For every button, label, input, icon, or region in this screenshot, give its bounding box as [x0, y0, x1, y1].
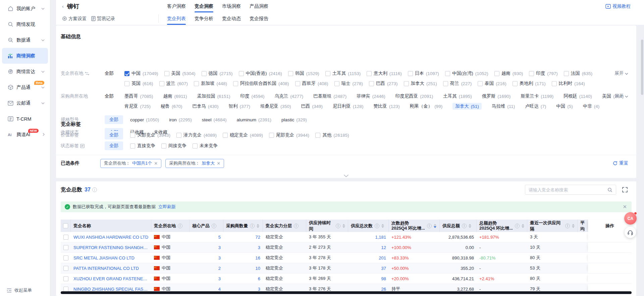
filter-option-泰国[interactable]: 泰国(216) — [478, 80, 506, 86]
checkbox[interactable] — [193, 143, 198, 149]
filter-all-button[interactable]: 全部 — [105, 130, 123, 140]
filter-option-卢旺达[interactable]: 卢旺达(7) — [525, 103, 546, 109]
filter-option-阿根廷[interactable]: 阿根廷(1140) — [564, 93, 592, 99]
info-icon[interactable]: i — [462, 224, 467, 228]
row-checkbox[interactable] — [63, 266, 68, 271]
cell-value[interactable]: 10 — [256, 266, 260, 271]
filter-option-直接竞争[interactable]: 直接竞争 — [130, 143, 155, 149]
tab-竞企洞察[interactable]: 竞企洞察 — [195, 0, 213, 12]
filter-option-韩国[interactable]: 韩国(1529) — [288, 70, 319, 76]
filter-option-稳定竞企[interactable]: 稳定竞企(4089) — [223, 132, 263, 138]
filter-all-button[interactable]: 全部 — [105, 141, 123, 151]
info-icon[interactable]: i — [336, 224, 340, 228]
checkbox[interactable] — [194, 81, 199, 86]
checkbox[interactable] — [443, 81, 448, 86]
sidebar-item-数据通[interactable]: 数据通 — [2, 32, 48, 48]
filter-option-越南[interactable]: 越南(930) — [494, 70, 523, 76]
checkbox[interactable] — [408, 71, 413, 76]
cell-value[interactable]: 2 — [218, 266, 221, 271]
filter-option-乌克兰[interactable]: 乌克兰(4277) — [275, 93, 304, 99]
filter-option-巴西[interactable]: 巴西(273) — [369, 80, 398, 86]
sort-icon[interactable] — [257, 224, 259, 228]
filter-option-巴西[interactable]: 巴西(349) — [301, 103, 323, 109]
filter-option-未来竞争[interactable]: 未来竞争 — [193, 143, 218, 149]
sidebar-item-我的账户[interactable]: 我的账户 — [2, 1, 48, 16]
company-name-link[interactable]: SRC METAL JIASHAN CO LTD — [73, 255, 135, 260]
info-icon[interactable]: i — [375, 224, 379, 228]
checkbox[interactable] — [513, 81, 518, 86]
subtab-竞企动态[interactable]: 竞企动态 — [222, 12, 241, 25]
info-icon[interactable]: i — [250, 224, 255, 228]
company-name-link[interactable]: SUPERTOR FASTENING SHANGHAI... — [73, 245, 149, 250]
filter-option-斯里兰卡[interactable]: 斯里兰卡(1199) — [521, 93, 553, 99]
filter-option-iron[interactable]: iron(2295) — [169, 117, 192, 122]
info-icon[interactable]: i — [515, 224, 520, 228]
sort-icon[interactable] — [522, 224, 524, 228]
fullscreen-icon[interactable] — [622, 187, 628, 192]
cell-value[interactable]: 1,181 — [375, 235, 386, 240]
sort-icon[interactable] — [381, 224, 384, 228]
sort-icon[interactable] — [572, 224, 575, 228]
sidebar-item-商情发现[interactable]: 商情发现 — [2, 16, 48, 32]
sort-icon[interactable] — [342, 224, 345, 228]
checkbox[interactable] — [315, 133, 320, 138]
info-icon[interactable]: i — [427, 224, 432, 228]
cell-value[interactable]: 201 — [379, 255, 386, 260]
filter-option-aluminum[interactable]: aluminum(2391) — [236, 117, 271, 122]
filter-option-意大利[interactable]: 意大利(1116) — [367, 70, 402, 76]
row-checkbox[interactable] — [63, 287, 68, 292]
subtab-竞企列表[interactable]: 竞企列表 — [167, 12, 186, 25]
checkbox[interactable] — [295, 81, 300, 86]
filter-all-button[interactable]: 全部 — [105, 91, 124, 101]
filter-option-俄罗斯[interactable]: 俄罗斯(1690) — [482, 93, 511, 99]
checkbox-checked[interactable] — [124, 71, 129, 76]
sidebar-item-T-CRM[interactable]: T-CRM — [2, 111, 48, 127]
checkbox[interactable] — [269, 133, 274, 138]
filter-option-中国[interactable]: 中国(5) — [556, 103, 573, 109]
company-name-link[interactable]: PATTA INTERNATIONAL CO LTD — [73, 266, 139, 271]
checkbox[interactable] — [494, 71, 499, 76]
sidebar-item-产品通[interactable]: 产品通Beta — [2, 79, 48, 95]
company-name-link[interactable]: XUZHOU EVER GRAND FASTENERS... — [73, 276, 149, 281]
cell-value[interactable]: 37 — [381, 266, 386, 271]
cell-value[interactable]: 72 — [256, 235, 260, 240]
row-checkbox[interactable] — [63, 235, 68, 240]
cell-value[interactable]: 3 — [258, 245, 260, 250]
column-header-amount[interactable]: 供应总额i — [440, 220, 477, 232]
checkbox[interactable] — [239, 71, 244, 76]
filter-option-德国[interactable]: 德国(2715) — [202, 70, 233, 76]
filter-option-肯尼亚[interactable]: 肯尼亚(725) — [124, 103, 151, 109]
filter-option-土耳其[interactable]: 土耳其(1153) — [325, 70, 361, 76]
filter-option-美国[interactable]: 美国(5304) — [164, 70, 196, 76]
row-checkbox[interactable] — [63, 276, 68, 281]
sidebar-item-商情洞察[interactable]: 商情洞察 — [2, 48, 48, 64]
expand-button[interactable]: 展开 — [614, 68, 628, 78]
info-icon[interactable]: i — [178, 224, 182, 228]
checkbox[interactable] — [202, 71, 207, 76]
reset-button[interactable]: 重置 — [613, 160, 628, 166]
filter-option-英国[interactable]: 英国(616) — [124, 80, 153, 86]
sidebar-item-商情雷达[interactable]: 商情雷达 — [2, 64, 48, 79]
filter-option-加拿大[interactable]: 加拿大(251) — [404, 80, 437, 86]
cell-value[interactable]: 12 — [381, 245, 386, 250]
filter-option-奥地利[interactable]: 奥地利(171) — [513, 80, 546, 86]
checkbox[interactable] — [529, 71, 534, 76]
collapse-menu-button[interactable]: 收起菜单 — [0, 287, 50, 293]
filter-option-阿拉伯联合酋长国[interactable]: 阿拉伯联合酋长国(408) — [233, 80, 289, 86]
filter-option-坦桑尼亚[interactable]: 坦桑尼亚(350) — [260, 103, 291, 109]
toolbar-贸易记录[interactable]: 贸易记录 — [91, 16, 115, 22]
filter-option-智利[interactable]: 智利(377) — [229, 103, 251, 109]
filter-option-间接竞争[interactable]: 间接竞争 — [161, 143, 186, 149]
checkbox[interactable] — [124, 81, 129, 86]
filter-all-button[interactable]: 全部 — [105, 115, 123, 125]
subtab-竞争分析[interactable]: 竞争分析 — [195, 12, 213, 25]
filter-option-印度[interactable]: 印度(797) — [529, 70, 558, 76]
filter-option-潜力竞企[interactable]: 潜力竞企(4089) — [176, 132, 217, 138]
support-avatar[interactable]: CA — [624, 212, 637, 225]
checkbox[interactable] — [164, 71, 169, 76]
toolbar-方案设置[interactable]: 方案设置 — [62, 16, 87, 22]
tab-客户洞察[interactable]: 客户洞察 — [167, 0, 186, 12]
filter-option-菲律宾[interactable]: 菲律宾(2446) — [357, 93, 385, 99]
refresh-now-link[interactable]: 立即刷新 — [158, 204, 176, 210]
row-checkbox[interactable] — [63, 255, 68, 260]
